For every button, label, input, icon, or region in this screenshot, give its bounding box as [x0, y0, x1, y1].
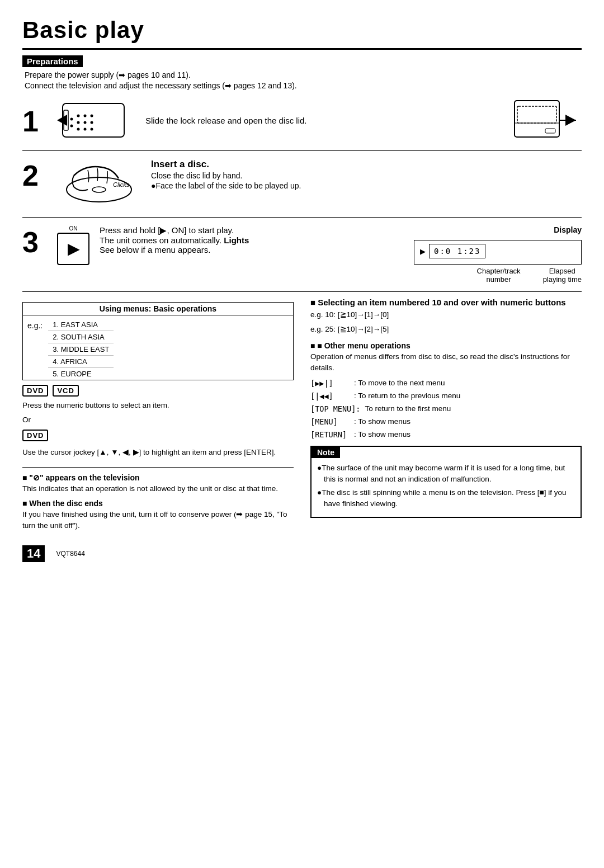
step-1-diagram — [57, 98, 135, 143]
display-wrap: ▶ 0:0 1:23 Chapter/track number Elapsed … — [414, 240, 582, 284]
press-text: Press the numeric buttons to select an i… — [22, 400, 294, 411]
divider-1 — [22, 150, 582, 151]
step-2-sub-1: Close the disc lid by hand. — [151, 171, 582, 180]
svg-point-3 — [91, 115, 93, 117]
select-eg2: e.g. 25: [≧10]→[2]→[5] — [310, 324, 582, 335]
step-1-number: 1 — [22, 107, 47, 136]
col-right: ■ Selecting an item numbered 10 and over… — [310, 298, 582, 535]
step-1-text: Slide the lock release and open the disc… — [145, 116, 499, 125]
cursor-text: Use the cursor jockey [▲, ▼, ◀, ▶] to hi… — [22, 447, 294, 458]
op-key-4: [MENU] — [310, 416, 350, 428]
svg-point-2 — [84, 115, 87, 117]
note-content: ●The surface of the unit may become warm… — [312, 460, 581, 517]
list-item: 2. SOUTH ASIA — [48, 331, 114, 343]
op-row-5: [RETURN] : To show menus — [310, 428, 582, 441]
col-left: Using menus: Basic operations e.g.: 1. E… — [22, 298, 294, 535]
or-text: Or — [22, 414, 294, 426]
lcd-display: 0:0 1:23 — [429, 244, 485, 258]
op-desc-4: : To show menus — [354, 416, 410, 428]
svg-point-1 — [77, 115, 80, 117]
svg-point-10 — [70, 118, 73, 121]
op-key-1: [▶▶|] — [310, 377, 350, 390]
step-2-row: 2 Clicks Insert a disc. Close the disc l… — [22, 159, 582, 209]
svg-point-5 — [84, 121, 87, 124]
disc-ends-title: When the disc ends — [22, 499, 294, 508]
step-1-row: 1 Slide the loc — [22, 98, 582, 143]
chapter-label: Chapter/track — [477, 267, 521, 275]
bottom-bar: 14 VQT8644 — [22, 545, 582, 562]
divider-2 — [22, 217, 582, 218]
eg-label: e.g.: — [27, 321, 43, 378]
svg-point-4 — [77, 121, 80, 124]
svg-point-11 — [70, 125, 73, 128]
step-3-sub-2: See below if a menu appears. — [100, 245, 404, 254]
two-col-section: Using menus: Basic operations e.g.: 1. E… — [22, 298, 582, 535]
display-box: ▶ 0:0 1:23 — [414, 240, 582, 265]
svg-point-8 — [84, 128, 87, 131]
list-item: 3. MIDDLE EAST — [48, 343, 114, 356]
elapsed-caption: Elapsed playing time — [543, 267, 582, 284]
op-key-3: [TOP MENU]: — [310, 403, 360, 416]
step-2-bold: Insert a disc. — [151, 159, 582, 170]
play-button-diagram: ▶ — [57, 233, 89, 265]
step-2-diagram: Clicks — [57, 159, 141, 209]
step-1-right-diagram — [509, 98, 582, 143]
svg-rect-19 — [545, 129, 555, 133]
op-desc-2: : To return to the previous menu — [354, 390, 460, 403]
menu-box-title: Using menus: Basic operations — [23, 303, 293, 315]
op-key-5: [RETURN] — [310, 428, 350, 441]
lights-inline-label: Lights — [224, 235, 249, 245]
step-3-right: Display ▶ 0:0 1:23 Chapter/track number … — [414, 225, 582, 284]
step-3-number: 3 — [22, 228, 47, 257]
page-number: 14 — [22, 545, 45, 562]
display-label: Display — [414, 225, 582, 234]
vqt-code: VQT8644 — [56, 550, 84, 558]
op-row-1: [▶▶|] : To move to the next menu — [310, 377, 582, 390]
op-desc-3: To return to the first menu — [365, 403, 451, 416]
list-item: 5. EUROPE — [48, 368, 114, 380]
disc-ends-text: If you have finished using the unit, tur… — [22, 509, 294, 532]
note-bullet-1: ●The surface of the unit may become warm… — [317, 463, 575, 485]
vcd-badge: VCD — [53, 385, 78, 397]
step-3-row: 3 ON ▶ Press and hold [▶, ON] to start p… — [22, 225, 582, 284]
step-2-number: 2 — [22, 161, 47, 190]
dvd-badge: DVD — [22, 385, 48, 397]
note-box: Note ●The surface of the unit may become… — [310, 446, 582, 518]
elapsed-sub: playing time — [543, 275, 582, 284]
elapsed-label: Elapsed — [543, 267, 582, 275]
note-header: Note — [312, 447, 340, 458]
select-title: ■ Selecting an item numbered 10 and over… — [310, 298, 582, 307]
prep-bullet-2: Connect the television and adjust the ne… — [22, 81, 582, 90]
op-desc-1: : To move to the next menu — [354, 377, 445, 390]
no-op-title: "⊘" appears on the television — [22, 473, 294, 482]
list-item: 1. EAST ASIA — [48, 319, 114, 331]
svg-point-21 — [92, 187, 106, 192]
svg-text:Clicks: Clicks — [113, 181, 130, 188]
svg-rect-15 — [517, 106, 556, 123]
svg-point-9 — [91, 128, 93, 131]
step-3-sub-1: The unit comes on automatically. Lights — [100, 235, 404, 245]
op-row-4: [MENU] : To show menus — [310, 416, 582, 428]
step-3-left: ON ▶ — [57, 225, 89, 265]
preparations-label: Preparations — [22, 55, 83, 67]
prep-bullet-1: Prepare the power supply (➡ pages 10 and… — [22, 70, 582, 79]
step-1-bold: Slide the lock release and open the disc… — [145, 116, 307, 125]
preparations-section: Preparations Prepare the power supply (➡… — [22, 55, 582, 90]
other-ops-text: Operation of menus differs from disc to … — [310, 351, 582, 374]
divider-3 — [22, 291, 582, 292]
step-3-bold: Press and hold [▶, ON] to start play. — [100, 225, 404, 235]
step-2-text: Insert a disc. Close the disc lid by han… — [151, 159, 582, 190]
op-key-2: [|◀◀] — [310, 390, 350, 403]
menu-box: Using menus: Basic operations e.g.: 1. E… — [22, 302, 294, 380]
step-2-sub-2: ●Face the label of the side to be played… — [151, 181, 582, 190]
svg-point-7 — [77, 128, 80, 131]
caption-row: Chapter/track number Elapsed playing tim… — [414, 267, 582, 284]
ops-table: [▶▶|] : To move to the next menu [|◀◀] :… — [310, 377, 582, 441]
on-label: ON — [69, 225, 78, 232]
dvd-only-badge: DVD — [22, 430, 48, 441]
menu-list: 1. EAST ASIA 2. SOUTH ASIA 3. MIDDLE EAS… — [48, 319, 114, 380]
list-item: 4. AFRICA — [48, 356, 114, 368]
page-title: Basic play — [22, 17, 582, 44]
op-row-3: [TOP MENU]: To return to the first menu — [310, 403, 582, 416]
note-bullet-2: ●The disc is still spinning while a menu… — [317, 487, 575, 510]
